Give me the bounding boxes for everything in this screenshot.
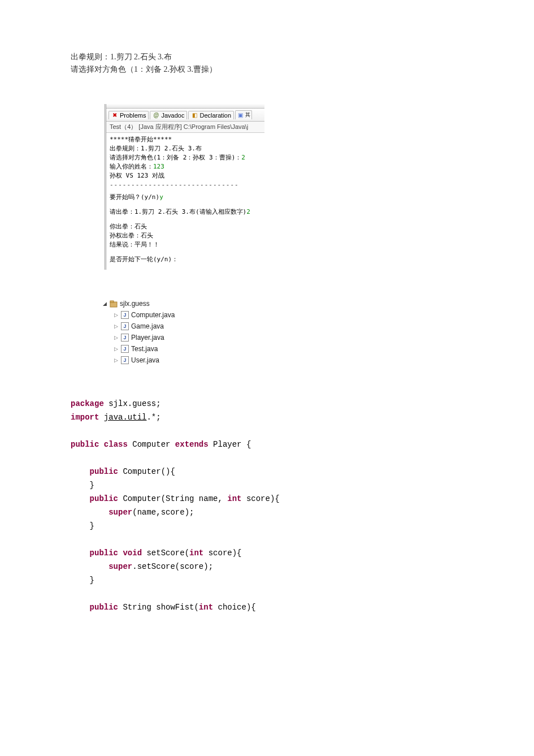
code-ctor1: Computer(){: [118, 467, 175, 476]
code-brace: }: [90, 576, 94, 585]
tab-console[interactable]: ▣ 其: [235, 110, 252, 119]
file-row-4[interactable]: ▷ J User.java: [113, 355, 534, 366]
declaration-icon: ◧: [191, 112, 198, 119]
intro-line-1: 出拳规则：1.剪刀 2.石头 3.布: [71, 51, 534, 63]
problems-icon: ✖: [111, 112, 118, 119]
kw-extends: extends: [175, 440, 209, 449]
collapse-icon[interactable]: ▷: [113, 335, 119, 340]
collapse-icon[interactable]: ▷: [113, 312, 119, 318]
java-file-icon: J: [121, 311, 129, 319]
kw-void: void: [123, 548, 142, 558]
tab-javadoc-label: Javadoc: [161, 112, 184, 119]
file-label-0: Computer.java: [131, 311, 175, 319]
package-explorer: ◢ sjlx.guess ▷ J Computer.java ▷ J Game.…: [102, 298, 534, 366]
kw-super: super: [108, 508, 132, 517]
kw-public: public: [71, 440, 99, 449]
collapse-icon[interactable]: ▷: [113, 346, 119, 352]
con-l1: *****猜拳开始*****: [110, 135, 261, 144]
file-label-2: Player.java: [131, 334, 164, 342]
kw-int: int: [199, 603, 213, 612]
tab-declaration-label: Declaration: [199, 112, 231, 119]
code-super1: (name,score);: [132, 508, 194, 517]
kw-public: public: [90, 494, 118, 503]
kw-public: public: [90, 548, 118, 558]
java-file-icon: J: [121, 356, 129, 364]
console-icon: ▣: [237, 112, 244, 119]
kw-public: public: [90, 467, 118, 476]
con-l4b: 123: [153, 163, 164, 170]
code-block: package sjlx.guess; import java.util.*; …: [71, 397, 534, 614]
file-row-2[interactable]: ▷ J Player.java: [113, 332, 534, 343]
code-extends: Player {: [209, 440, 251, 449]
tab-problems[interactable]: ✖ Problems: [108, 111, 149, 119]
pkg-label: sjlx.guess: [120, 300, 150, 308]
code-pkg: sjlx.guess;: [104, 399, 161, 408]
kw-package: package: [71, 399, 104, 408]
code-super2: .setScore(score);: [132, 562, 213, 571]
console-output: *****猜拳开始***** 出拳规则：1.剪刀 2.石头 3.布 请选择对方角…: [106, 133, 264, 270]
kw-class: class: [104, 440, 128, 449]
code-showfist-a: String showFist(: [118, 603, 199, 612]
java-file-icon: J: [121, 334, 129, 342]
javadoc-icon: @: [153, 112, 159, 119]
intro-text: 出拳规则：1.剪刀 2.石头 3.布 请选择对方角色（1：刘备 2.孙权 3.曹…: [71, 51, 534, 76]
code-setscore-a: setScore(: [142, 548, 189, 558]
file-row-0[interactable]: ▷ J Computer.java: [113, 309, 534, 321]
console-panel: ✖ Problems @ Javadoc ◧ Declaration ▣ 其 T…: [105, 104, 264, 270]
file-label-1: Game.java: [131, 322, 164, 330]
tab-console-extra: 其: [245, 111, 250, 119]
tab-javadoc[interactable]: @ Javadoc: [150, 111, 187, 119]
intro-line-2: 请选择对方角色（1：刘备 2.孙权 3.曹操）: [71, 63, 534, 76]
svg-rect-1: [110, 301, 114, 303]
code-showfist-b: choice){: [213, 603, 256, 612]
collapse-icon[interactable]: ▷: [113, 323, 119, 329]
java-file-icon: J: [121, 322, 129, 330]
kw-public: public: [90, 603, 118, 612]
code-import-tail: .*;: [146, 413, 160, 422]
con-l9: 孙权出拳：石头: [110, 231, 261, 240]
code-import: java.util: [104, 413, 147, 422]
kw-super: super: [108, 562, 132, 571]
con-l11: 是否开始下一轮(y/n)：: [110, 255, 261, 264]
con-l10: 结果说：平局！！: [110, 240, 261, 249]
con-l7b: 2: [246, 208, 250, 215]
con-l7a: 请出拳：1.剪刀 2.石头 3.布(请输入相应数字): [110, 208, 246, 215]
con-l6a: 要开始吗？(y/n): [110, 193, 159, 201]
kw-int: int: [227, 494, 241, 503]
package-icon: [110, 300, 118, 308]
java-file-icon: J: [121, 345, 129, 353]
console-toolbar: [106, 104, 264, 109]
file-row-3[interactable]: ▷ J Test.java: [113, 343, 534, 355]
file-label-4: User.java: [131, 356, 159, 364]
file-row-1[interactable]: ▷ J Game.java: [113, 321, 534, 332]
code-ctor2b: score){: [241, 494, 279, 503]
con-dashes: ------------------------------: [110, 180, 261, 189]
code-brace: }: [90, 481, 94, 490]
con-l4a: 输入你的姓名：: [110, 163, 153, 170]
collapse-icon[interactable]: ▷: [113, 357, 119, 363]
con-l3a: 请选择对方角色(1：刘备 2：孙权 3：曹操)：: [110, 154, 241, 161]
con-l6b: y: [159, 193, 163, 201]
kw-import: import: [71, 413, 99, 422]
tab-problems-label: Problems: [120, 112, 146, 119]
con-l3b: 2: [241, 154, 245, 161]
con-l8: 你出拳：石头: [110, 222, 261, 231]
con-l2: 出拳规则：1.剪刀 2.石头 3.布: [110, 144, 261, 153]
code-brace: }: [90, 521, 94, 530]
kw-int: int: [189, 548, 203, 558]
code-setscore-b: score){: [203, 548, 241, 558]
code-ctor2a: Computer(String name,: [118, 494, 227, 503]
pkg-row[interactable]: ◢ sjlx.guess: [102, 298, 534, 309]
expand-icon[interactable]: ◢: [102, 301, 107, 306]
tab-declaration[interactable]: ◧ Declaration: [188, 111, 234, 119]
code-classname: Computer: [128, 440, 175, 449]
tabs-row: ✖ Problems @ Javadoc ◧ Declaration ▣ 其: [106, 109, 264, 122]
terminated-line: Test（4） [Java 应用程序] C:\Program Files\Jav…: [106, 122, 264, 133]
file-label-3: Test.java: [131, 345, 158, 353]
con-l5: 孙权 VS 123 对战: [110, 171, 261, 180]
